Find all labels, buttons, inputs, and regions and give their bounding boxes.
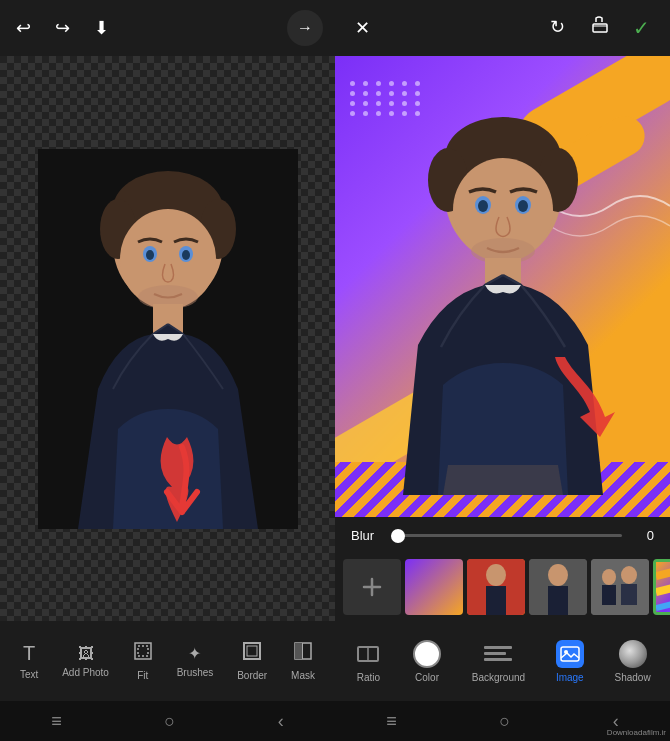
left-toolbar-right: → xyxy=(287,10,323,46)
right-image-area xyxy=(335,56,670,517)
svg-rect-15 xyxy=(138,646,148,656)
right-toolbar: ✕ ↻ ✓ xyxy=(335,0,670,56)
tool-mask[interactable]: Mask xyxy=(283,637,323,685)
svg-rect-57 xyxy=(561,647,579,661)
blur-row: Blur 0 xyxy=(335,517,670,553)
tool-add-photo[interactable]: 🖼 Add Photo xyxy=(54,641,117,682)
border-icon xyxy=(242,641,262,666)
border-label: Border xyxy=(237,670,267,681)
ratio-label: Ratio xyxy=(357,672,380,683)
undo-icon[interactable]: ↩ xyxy=(12,13,35,43)
text-label: Text xyxy=(20,669,38,680)
mask-icon xyxy=(293,641,313,666)
brushes-label: Brushes xyxy=(177,667,214,678)
download-icon[interactable]: ⬇ xyxy=(90,13,113,43)
shadow-label: Shadow xyxy=(614,672,650,683)
svg-point-36 xyxy=(486,564,506,586)
left-image-area xyxy=(0,56,335,621)
svg-point-39 xyxy=(548,564,568,586)
thumbnail-4[interactable] xyxy=(591,559,649,615)
thumbnail-2[interactable] xyxy=(467,559,525,615)
watermark: Downloadafilm.ir xyxy=(607,728,666,737)
svg-rect-17 xyxy=(247,646,257,656)
right-panel: ✕ ↻ ✓ xyxy=(335,0,670,741)
blur-label: Blur xyxy=(351,528,379,543)
ratio-icon xyxy=(354,640,382,668)
text-icon: T xyxy=(23,642,35,665)
redo-icon[interactable]: ↪ xyxy=(51,13,74,43)
svg-rect-21 xyxy=(593,24,607,32)
tool-background[interactable]: Background xyxy=(466,636,531,687)
thumbnail-1[interactable] xyxy=(405,559,463,615)
svg-rect-37 xyxy=(486,586,506,615)
tool-image[interactable]: Image xyxy=(550,636,590,687)
right-toolbar-actions: ↻ ✓ xyxy=(546,12,654,45)
tool-text[interactable]: T Text xyxy=(12,638,46,684)
right-bottom-bar: Ratio Color Background xyxy=(335,621,670,701)
check-icon[interactable]: ✓ xyxy=(629,12,654,45)
color-label: Color xyxy=(415,672,439,683)
background-icon xyxy=(484,640,512,668)
svg-rect-41 xyxy=(591,559,649,615)
left-bottom-bar: T Text 🖼 Add Photo Fit ✦ Brushes xyxy=(0,621,335,701)
left-toolbar: ↩ ↪ ⬇ → xyxy=(0,0,335,56)
color-icon xyxy=(413,640,441,668)
background-label: Background xyxy=(472,672,525,683)
fit-icon xyxy=(133,641,153,666)
right-menu-icon[interactable]: ≡ xyxy=(386,711,397,732)
svg-rect-20 xyxy=(295,643,302,659)
svg-point-29 xyxy=(478,200,488,212)
add-photo-label: Add Photo xyxy=(62,667,109,678)
svg-rect-40 xyxy=(548,586,568,615)
back-icon[interactable]: ‹ xyxy=(278,711,284,732)
svg-rect-19 xyxy=(302,643,303,659)
main-container: ↩ ↪ ⬇ → xyxy=(0,0,670,741)
tool-ratio[interactable]: Ratio xyxy=(348,636,388,687)
svg-point-44 xyxy=(621,566,637,584)
tool-fit[interactable]: Fit xyxy=(125,637,161,685)
thumbnail-5-active[interactable] xyxy=(653,559,670,615)
red-arrow-left xyxy=(147,437,217,531)
mask-label: Mask xyxy=(291,670,315,681)
left-toolbar-left: ↩ ↪ ⬇ xyxy=(12,13,113,43)
thumbnail-3[interactable] xyxy=(529,559,587,615)
svg-point-8 xyxy=(146,250,154,260)
svg-point-42 xyxy=(602,569,616,585)
tool-color[interactable]: Color xyxy=(407,636,447,687)
left-nav-bar: ≡ ○ ‹ xyxy=(0,701,335,741)
blur-value: 0 xyxy=(634,528,654,543)
eraser-icon[interactable] xyxy=(585,12,613,45)
red-arrow-right xyxy=(555,357,615,441)
add-background-thumb[interactable] xyxy=(343,559,401,615)
image-icon xyxy=(556,640,584,668)
blur-slider[interactable] xyxy=(391,534,622,537)
home-icon[interactable]: ○ xyxy=(164,711,175,732)
add-photo-icon: 🖼 xyxy=(78,645,94,663)
blur-slider-thumb[interactable] xyxy=(391,529,405,543)
shadow-icon xyxy=(619,640,647,668)
tool-border[interactable]: Border xyxy=(229,637,275,685)
close-icon[interactable]: ✕ xyxy=(351,13,374,43)
svg-point-9 xyxy=(182,250,190,260)
image-label: Image xyxy=(556,672,584,683)
svg-point-30 xyxy=(518,200,528,212)
refresh-icon[interactable]: ↻ xyxy=(546,12,569,45)
left-panel: ↩ ↪ ⬇ → xyxy=(0,0,335,741)
svg-rect-16 xyxy=(244,643,260,659)
right-home-icon[interactable]: ○ xyxy=(499,711,510,732)
svg-rect-45 xyxy=(621,584,637,605)
next-button[interactable]: → xyxy=(287,10,323,46)
thumbnail-strip xyxy=(335,553,670,621)
svg-rect-43 xyxy=(602,585,616,605)
tool-shadow[interactable]: Shadow xyxy=(608,636,656,687)
fit-label: Fit xyxy=(137,670,148,681)
tool-brushes[interactable]: ✦ Brushes xyxy=(169,640,222,682)
brushes-icon: ✦ xyxy=(188,644,201,663)
menu-icon[interactable]: ≡ xyxy=(51,711,62,732)
